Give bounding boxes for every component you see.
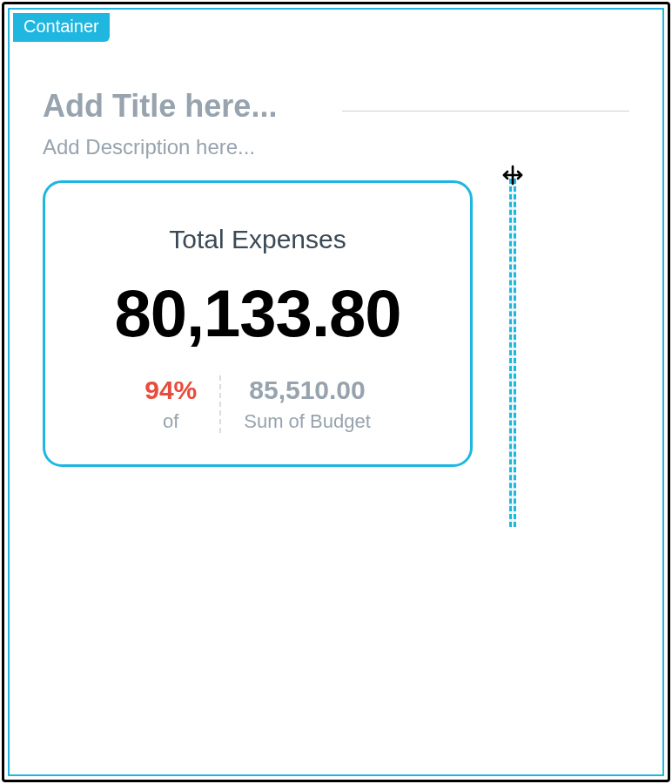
kpi-percent-of-label: of <box>163 410 178 433</box>
container[interactable]: Container Total Expenses 80,133.80 94% o… <box>8 8 664 776</box>
kpi-card-footer: 94% of 85,510.00 Sum of Budget <box>71 375 444 433</box>
kpi-card-value: 80,133.80 <box>71 275 444 351</box>
kpi-percent-block: 94% of <box>122 375 219 433</box>
content-area: Total Expenses 80,133.80 94% of 85,510.0… <box>43 88 629 467</box>
title-input[interactable] <box>43 88 321 125</box>
description-input[interactable] <box>43 135 629 159</box>
window-frame: Container Total Expenses 80,133.80 94% o… <box>2 2 670 782</box>
title-row <box>43 88 629 125</box>
resize-guide-track <box>509 179 516 527</box>
kpi-card[interactable]: Total Expenses 80,133.80 94% of 85,510.0… <box>43 180 473 467</box>
kpi-secondary-block: 85,510.00 Sum of Budget <box>221 375 393 433</box>
kpi-secondary-value: 85,510.00 <box>249 375 365 405</box>
kpi-card-title: Total Expenses <box>71 225 444 254</box>
container-tag: Container <box>13 13 110 42</box>
title-underline <box>342 111 629 112</box>
kpi-percent-value: 94% <box>144 375 197 405</box>
container-tag-label: Container <box>24 17 99 36</box>
resize-guide[interactable] <box>507 175 518 531</box>
move-horizontal-icon[interactable] <box>501 163 525 187</box>
card-area: Total Expenses 80,133.80 94% of 85,510.0… <box>43 180 629 467</box>
kpi-secondary-label: Sum of Budget <box>244 410 371 433</box>
